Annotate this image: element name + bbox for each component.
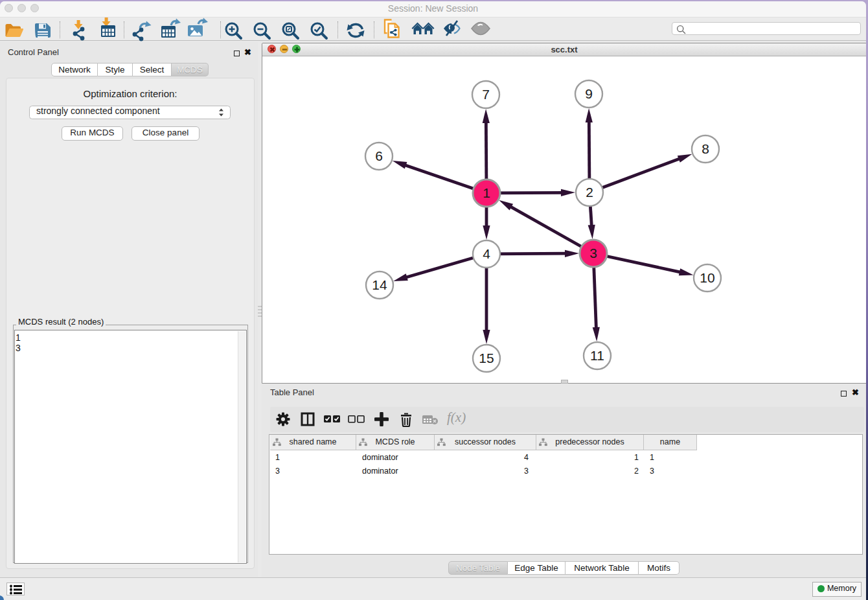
svg-text:8: 8 [702,141,709,156]
svg-text:2: 2 [586,185,593,200]
svg-text:1: 1 [483,185,490,200]
svg-text:9: 9 [585,86,593,101]
svg-text:3: 3 [589,246,597,260]
svg-text:4: 4 [483,246,490,261]
svg-text:11: 11 [590,348,604,363]
svg-text:10: 10 [700,270,714,285]
svg-text:15: 15 [479,351,494,365]
svg-text:7: 7 [482,87,490,102]
svg-text:14: 14 [372,277,387,292]
svg-text:6: 6 [375,148,383,163]
